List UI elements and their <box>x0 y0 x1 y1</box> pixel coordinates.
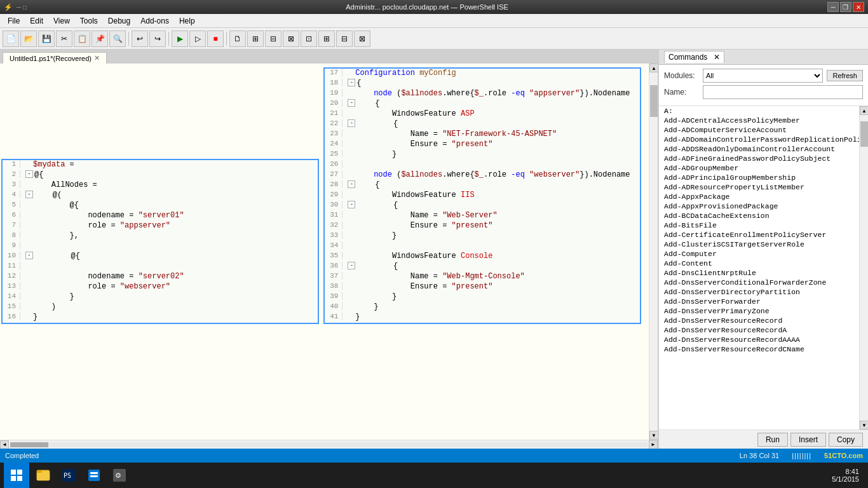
svg-rect-2 <box>11 476 16 481</box>
new-script-tab-button[interactable]: 🗋 <box>229 30 246 47</box>
menu-tools[interactable]: Tools <box>75 15 103 27</box>
minimize-button[interactable]: ─ <box>827 2 839 12</box>
editor-hscrollbar[interactable]: ◄ ► <box>0 440 658 449</box>
vscroll-up-button[interactable]: ▲ <box>649 64 658 72</box>
toolbar-btn-extra1[interactable]: ⊞ <box>247 30 264 47</box>
editor-vscrollbar[interactable]: ▲ ▼ <box>649 64 658 440</box>
copy-button[interactable]: 📋 <box>74 30 90 47</box>
menu-file[interactable]: File <box>3 15 25 27</box>
find-button[interactable]: 🔍 <box>109 30 126 47</box>
commands-vscrollbar[interactable]: ▲ ▼ <box>859 106 868 430</box>
command-item-9[interactable]: Add-AppxPackage <box>659 192 859 201</box>
commands-vscroll-thumb[interactable] <box>860 121 868 147</box>
menu-view[interactable]: View <box>48 15 75 27</box>
command-item-14[interactable]: Add-ClusteriSCSITargetServerRole <box>659 240 859 249</box>
command-item-5[interactable]: Add-ADFineGrainedPasswordPolicySubject <box>659 154 859 163</box>
restore-button[interactable]: ❐ <box>840 2 851 12</box>
open-button[interactable]: 📂 <box>20 30 37 47</box>
start-button[interactable] <box>4 463 29 488</box>
redo-button[interactable]: ↪ <box>149 30 166 47</box>
taskbar-server-manager[interactable] <box>83 464 105 486</box>
hscroll-thumb[interactable] <box>10 442 48 447</box>
menu-help[interactable]: Help <box>174 15 200 27</box>
command-item-21[interactable]: Add-DnsServerPrimaryZone <box>659 306 859 316</box>
command-item-11[interactable]: Add-BCDataCacheExtension <box>659 211 859 220</box>
command-item-3[interactable]: Add-ADDomainControllerPasswordReplicatio… <box>659 135 859 144</box>
hscroll-left-button[interactable]: ◄ <box>0 440 9 449</box>
script-tab[interactable]: Untitled1.ps1*(Recovered) ✕ <box>3 52 107 64</box>
menu-addons[interactable]: Add-ons <box>135 15 174 27</box>
toolbar-btn-extra6[interactable]: ⊟ <box>336 30 353 47</box>
command-item-25[interactable]: Add-DnsServerResourceRecordCName <box>659 344 859 354</box>
command-item-2[interactable]: Add-ADComputerServiceAccount <box>659 125 859 135</box>
command-item-16[interactable]: Add-Content <box>659 259 859 268</box>
vscroll-track[interactable] <box>649 72 658 431</box>
command-item-20[interactable]: Add-DnsServerForwarder <box>659 297 859 306</box>
insert-command-button[interactable]: Insert <box>790 433 826 447</box>
modules-select[interactable]: All <box>703 69 823 83</box>
collapse-10[interactable]: - <box>25 252 33 259</box>
close-button[interactable]: ✕ <box>853 2 864 12</box>
collapse-22[interactable]: - <box>348 119 355 127</box>
hscroll-right-button[interactable]: ► <box>649 440 658 449</box>
commands-vscroll-down[interactable]: ▼ <box>860 421 868 430</box>
commands-tab[interactable]: Commands ✕ <box>664 51 724 63</box>
run-command-button[interactable]: Run <box>757 433 788 447</box>
toolbar-btn-extra5[interactable]: ⊞ <box>318 30 335 47</box>
commands-list[interactable]: A:Add-ADCentralAccessPolicyMemberAdd-ADC… <box>659 106 859 430</box>
toolbar-btn-extra4[interactable]: ⊡ <box>301 30 317 47</box>
command-item-18[interactable]: Add-DnsServerConditionalForwarderZone <box>659 278 859 287</box>
command-item-10[interactable]: Add-AppxProvisionedPackage <box>659 201 859 211</box>
command-item-4[interactable]: Add-ADDSReadOnlyDomainControllerAccount <box>659 144 859 154</box>
command-item-23[interactable]: Add-DnsServerResourceRecordA <box>659 325 859 335</box>
command-item-15[interactable]: Add-Computer <box>659 249 859 259</box>
command-item-22[interactable]: Add-DnsServerResourceRecord <box>659 316 859 325</box>
windows-logo-icon <box>11 470 22 481</box>
command-item-12[interactable]: Add-BitsFile <box>659 220 859 230</box>
toolbar-btn-extra7[interactable]: ⊠ <box>354 30 370 47</box>
collapse-28[interactable]: - <box>348 180 355 188</box>
hscroll-track[interactable] <box>10 442 648 447</box>
menu-edit[interactable]: Edit <box>25 15 48 27</box>
taskbar-powershell[interactable]: PS <box>57 464 80 486</box>
new-button[interactable]: 📄 <box>3 30 19 47</box>
run-selection-button[interactable]: ▷ <box>189 30 206 47</box>
taskbar-file-explorer[interactable] <box>32 464 55 486</box>
command-item-19[interactable]: Add-DnsServerDirectoryPartition <box>659 287 859 297</box>
collapse-36[interactable]: - <box>348 262 355 269</box>
toolbar-btn-extra2[interactable]: ⊟ <box>265 30 281 47</box>
tab-close-button[interactable]: ✕ <box>94 54 100 62</box>
name-filter-input[interactable] <box>703 85 863 99</box>
vscroll-down-button[interactable]: ▼ <box>649 431 658 440</box>
command-item-13[interactable]: Add-CertificateEnrollmentPolicyServer <box>659 230 859 240</box>
commands-vscroll-up[interactable]: ▲ <box>860 106 868 115</box>
collapse-2[interactable]: - <box>25 170 33 178</box>
command-item-0[interactable]: A: <box>659 106 859 116</box>
command-item-6[interactable]: Add-ADGroupMember <box>659 163 859 173</box>
command-item-1[interactable]: Add-ADCentralAccessPolicyMember <box>659 116 859 125</box>
commands-tab-close[interactable]: ✕ <box>714 53 720 62</box>
commands-vscroll-track[interactable] <box>860 115 868 421</box>
toolbar-btn-extra3[interactable]: ⊠ <box>283 30 299 47</box>
collapse-30[interactable]: - <box>348 201 355 208</box>
run-button[interactable]: ▶ <box>172 30 188 47</box>
save-button[interactable]: 💾 <box>38 30 55 47</box>
vscroll-thumb[interactable] <box>650 85 658 117</box>
menu-debug[interactable]: Debug <box>103 15 135 27</box>
undo-button[interactable]: ↩ <box>132 30 148 47</box>
cut-button[interactable]: ✂ <box>56 30 72 47</box>
window-controls-right[interactable]: ─ ❐ ✕ <box>827 2 864 12</box>
refresh-button[interactable]: Refresh <box>827 70 863 81</box>
editor-content[interactable]: 1 $mydata = 2 - @{ 3 <box>0 64 649 440</box>
command-item-7[interactable]: Add-ADPrincipalGroupMembership <box>659 173 859 182</box>
collapse-18[interactable]: - <box>348 79 355 86</box>
paste-button[interactable]: 📌 <box>92 30 108 47</box>
collapse-20[interactable]: - <box>348 99 355 107</box>
taskbar-tools[interactable]: ⚙ <box>108 464 131 486</box>
collapse-4[interactable]: - <box>25 191 33 198</box>
copy-command-button[interactable]: Copy <box>829 433 863 447</box>
command-item-17[interactable]: Add-DnsClientNrptRule <box>659 268 859 278</box>
stop-button[interactable]: ■ <box>207 30 224 47</box>
command-item-8[interactable]: Add-ADResourcePropertyListMember <box>659 182 859 192</box>
command-item-24[interactable]: Add-DnsServerResourceRecordAAAA <box>659 335 859 344</box>
